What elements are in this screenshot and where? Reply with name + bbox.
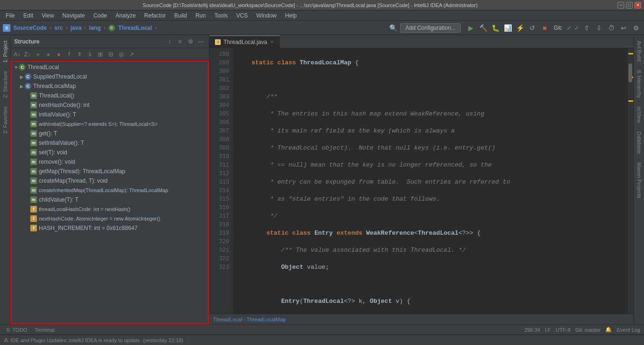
expand-map[interactable]: ▶ [19, 83, 25, 89]
right-tab-hierarchy[interactable]: 8: Hierarchy [635, 66, 644, 102]
menu-run[interactable]: Run [192, 11, 210, 20]
search-button[interactable]: 🔍 [388, 23, 398, 33]
build-button[interactable]: 🔨 [478, 23, 488, 33]
right-tab-database[interactable]: Database [635, 128, 644, 158]
bc-threadlocalmap[interactable]: ThreadLocalMap [247, 317, 286, 322]
tree-item-getmap[interactable]: m getMap(Thread): ThreadLocalMap [11, 167, 208, 176]
tree-item-nexthashcode[interactable]: m nextHashCode(): int [11, 100, 208, 110]
settings-button[interactable]: ⚙ [631, 23, 641, 33]
menu-view[interactable]: View [38, 11, 58, 20]
line-numbers: 298 299 300 301 302 303 304 305 306 307 … [213, 48, 233, 314]
expand-supplied[interactable]: ▶ [19, 74, 25, 80]
field-icon-nexthashcodevar: f [30, 215, 37, 222]
menu-vcs[interactable]: VCS [233, 11, 252, 20]
run-button[interactable]: ▶ [465, 23, 476, 33]
tree-item-threadlocalhashcode[interactable]: f threadLocalHashCode: int = nextHash() [11, 204, 208, 214]
add-configuration-button[interactable]: Add Configuration... [400, 23, 461, 33]
right-tab-maven[interactable]: Maven Projects [635, 159, 644, 202]
filter-private-button[interactable]: ● [54, 50, 63, 59]
scroll-marker-3 [628, 100, 633, 102]
menu-tools[interactable]: Tools [211, 11, 232, 20]
sort-az-button[interactable]: A↓ [12, 50, 22, 59]
expand-button[interactable]: ⊞ [96, 50, 105, 59]
menu-bar: File Edit View Navigate Code Analyze Ref… [0, 10, 644, 21]
git-update-button[interactable]: ⇩ [594, 23, 604, 33]
structure-settings-button[interactable]: ⚙ [186, 37, 195, 46]
menu-navigate[interactable]: Navigate [59, 11, 89, 20]
structure-close-button[interactable]: — [197, 37, 205, 46]
breadcrumb-java[interactable]: java [71, 25, 81, 31]
method-icon-getmap: m [30, 168, 37, 175]
menu-window[interactable]: Window [252, 11, 280, 20]
tree-item-threadlocalmap[interactable]: ▶ C ThreadLocalMap [11, 81, 208, 91]
tree-item-threadlocal[interactable]: ▼ C ThreadLocal [11, 62, 208, 72]
tree-item-initialvalue[interactable]: m initialValue(): T [11, 110, 208, 119]
event-log[interactable]: Event Log [617, 327, 640, 333]
debug-button[interactable]: 🐛 [490, 23, 501, 33]
breadcrumb-src[interactable]: src [54, 25, 63, 31]
menu-file[interactable]: File [2, 11, 18, 20]
tree-item-constructor[interactable]: m ThreadLocal() [11, 91, 208, 100]
refresh-button[interactable]: ↺ [527, 23, 537, 33]
scroll-thumb[interactable] [628, 63, 632, 82]
sort-za-button[interactable]: Z↓ [23, 50, 32, 59]
tree-item-createmap[interactable]: m createMap(Thread, T): void [11, 176, 208, 186]
tab-threadlocal-java[interactable]: J ThreadLocal.java ✕ [209, 35, 280, 48]
menu-refactor[interactable]: Refactor [141, 11, 170, 20]
tab-todo[interactable]: 6: TODO [4, 327, 30, 333]
structure-sort-alpha-button[interactable]: ↕ [165, 37, 174, 46]
tab-close-button[interactable]: ✕ [270, 39, 274, 44]
tree-item-withinitial[interactable]: m withInitial(Supplier<? extends S>): Th… [11, 119, 208, 129]
tree-item-nexthashcodevar[interactable]: f nextHashCode: AtomicInteger = new Atom… [11, 214, 208, 223]
filter-lambda-button[interactable]: λ [85, 50, 95, 59]
breadcrumb-sourcecode[interactable]: SourceCode [13, 25, 47, 31]
tree-item-hash-increment[interactable]: f HASH_INCREMENT: int = 0x61c88647 [11, 223, 208, 233]
autoscroll-button[interactable]: ↗ [127, 50, 136, 59]
profile-button[interactable]: ⚡ [515, 23, 525, 33]
tree-item-remove[interactable]: m remove(): void [11, 157, 208, 167]
menu-help[interactable]: Help [281, 11, 301, 20]
menu-code[interactable]: Code [89, 11, 111, 20]
menu-analyze[interactable]: Analyze [112, 11, 140, 20]
scroll-from-source-button[interactable]: ◎ [116, 50, 126, 59]
structure-tree[interactable]: ▼ C ThreadLocal ▶ C SuppliedThreadLocal … [10, 61, 209, 324]
git-revert-button[interactable]: ↩ [618, 23, 629, 33]
tree-item-createinheritedmap[interactable]: m createInheritedMap(ThreadLocalMap): Th… [11, 186, 208, 195]
git-history-button[interactable]: ⏱ [606, 23, 617, 33]
collapse-button[interactable]: ⊟ [106, 50, 116, 59]
tab-terminal[interactable]: Terminal [32, 327, 58, 333]
sidebar-tab-project[interactable]: 1: Project [1, 37, 9, 66]
tree-item-set[interactable]: m set(T): void [11, 148, 208, 157]
right-tab-scview[interactable]: scView [635, 103, 644, 127]
bc-threadlocal[interactable]: ThreadLocal [213, 317, 242, 322]
method-icon-setinitialvalue: m [30, 140, 37, 146]
tree-item-suppliedthreadlocal[interactable]: ▶ C SuppliedThreadLocal [11, 72, 208, 81]
menu-build[interactable]: Build [170, 11, 191, 20]
sidebar-tab-structure[interactable]: 2: Structure [1, 67, 9, 102]
sidebar-tab-favorites[interactable]: 2: Favorites [1, 103, 9, 137]
code-content[interactable]: static class ThreadLocalMap { /** * The … [233, 48, 628, 314]
coverage-button[interactable]: 📊 [502, 23, 513, 33]
breadcrumb-lang[interactable]: lang [89, 25, 101, 31]
git-push-button[interactable]: ⇧ [581, 23, 592, 33]
close-button[interactable]: ✕ [635, 2, 641, 9]
tree-item-childvalue[interactable]: m childValue(T): T [11, 195, 208, 204]
menu-edit[interactable]: Edit [19, 11, 37, 20]
filter-protected-button[interactable]: ● [44, 50, 53, 59]
class-icon-threadlocal: C [19, 64, 26, 71]
structure-header: Structure ↕ ≡ ⚙ — [10, 35, 209, 48]
method-icon-createmap: m [30, 177, 37, 184]
right-tab-ant-build[interactable]: Ant Build [635, 37, 644, 65]
expand-threadlocal[interactable]: ▼ [13, 64, 19, 70]
stop-button[interactable]: ■ [539, 23, 550, 33]
maximize-button[interactable]: □ [626, 2, 633, 9]
filter-fields-button[interactable]: f [64, 50, 74, 59]
filter-public-button[interactable]: ● [33, 50, 43, 59]
git-check2-icon: ✓ [574, 24, 580, 32]
breadcrumb-threadlocal[interactable]: ThreadLocal [118, 25, 152, 31]
minimize-button[interactable]: ─ [617, 2, 624, 9]
filter-inherited-button[interactable]: ⇑ [75, 50, 84, 59]
tree-item-get[interactable]: m get(): T [11, 129, 208, 138]
tree-item-setinitialvalue[interactable]: m setInitialValue(): T [11, 138, 208, 148]
structure-sort-type-button[interactable]: ≡ [176, 37, 184, 46]
